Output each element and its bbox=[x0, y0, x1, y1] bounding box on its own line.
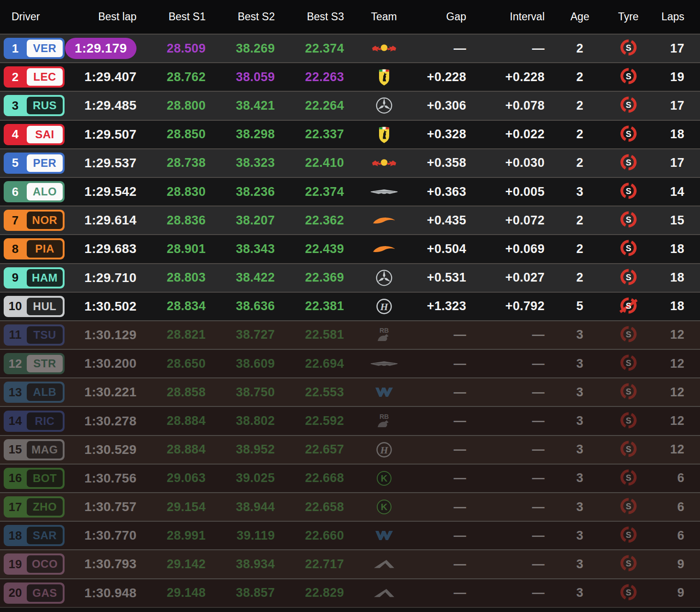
position-number: 9 bbox=[4, 271, 27, 285]
driver-code: OCO bbox=[27, 555, 63, 573]
position-number: 6 bbox=[4, 185, 27, 199]
best-s1-time: 29.154 bbox=[167, 500, 206, 514]
position-number: 20 bbox=[4, 586, 27, 600]
driver-code: SAI bbox=[27, 126, 63, 143]
table-row[interactable]: 3 RUS 1:29.485 28.800 38.421 22.264 +0.3… bbox=[0, 91, 700, 119]
soft-tyre-icon: S bbox=[618, 553, 639, 575]
best-s2-time: 38.421 bbox=[236, 99, 275, 113]
soft-tyre-crossed-icon: S bbox=[618, 295, 639, 318]
driver-code: ALB bbox=[27, 383, 63, 401]
best-s2-time: 38.609 bbox=[236, 357, 275, 371]
red-bull-logo bbox=[369, 38, 399, 59]
best-s1-time: 28.800 bbox=[167, 99, 206, 113]
table-row[interactable]: 10 HUL 1:30.502 28.834 38.636 22.381 H +… bbox=[0, 292, 700, 320]
best-s2-time: 38.269 bbox=[236, 41, 275, 56]
svg-text:S: S bbox=[625, 272, 631, 282]
driver-badge: 1 VER bbox=[4, 38, 65, 59]
table-row[interactable]: 2 LEC 1:29.407 28.762 38.059 22.263 +0.2… bbox=[0, 62, 700, 91]
interval-value: +0.030 bbox=[505, 156, 545, 170]
table-row[interactable]: 5 PER 1:29.537 28.738 38.323 22.410 +0.3… bbox=[0, 148, 700, 177]
table-row[interactable]: 12 STR 1:30.200 28.650 38.609 22.694 — —… bbox=[0, 349, 700, 377]
red-bull-logo bbox=[369, 153, 399, 174]
soft-tyre-icon: S bbox=[618, 467, 639, 489]
driver-code: STR bbox=[27, 355, 63, 372]
table-row[interactable]: 15 MAG 1:30.529 28.884 38.952 22.657 H —… bbox=[0, 435, 700, 464]
table-row[interactable]: 14 RIC 1:30.278 28.884 38.802 22.592 RB … bbox=[0, 406, 700, 435]
driver-code: PER bbox=[27, 154, 63, 172]
driver-code: MAG bbox=[27, 441, 63, 459]
interval-value: +0.792 bbox=[505, 299, 545, 313]
table-row[interactable]: 18 SAR 1:30.770 28.991 39.119 22.660 — —… bbox=[0, 521, 700, 549]
best-s2-time: 39.119 bbox=[237, 529, 275, 543]
table-row[interactable]: 9 HAM 1:29.710 28.803 38.422 22.369 +0.5… bbox=[0, 263, 700, 292]
laps-value: 17 bbox=[670, 156, 684, 170]
table-row[interactable]: 19 OCO 1:30.793 29.142 38.934 22.717 — —… bbox=[0, 549, 700, 578]
best-s3-time: 22.264 bbox=[305, 99, 344, 113]
laps-value: 18 bbox=[670, 271, 684, 285]
table-row[interactable]: 6 ALO 1:29.542 28.830 38.236 22.374 +0.3… bbox=[0, 177, 700, 206]
best-lap-time: 1:29.179 bbox=[65, 38, 136, 59]
table-row[interactable]: 20 GAS 1:30.948 29.148 38.857 22.829 — —… bbox=[0, 578, 700, 607]
svg-text:S: S bbox=[625, 530, 631, 540]
position-number: 8 bbox=[4, 242, 27, 256]
table-row[interactable]: 4 SAI 1:29.507 28.850 38.298 22.337 +0.3… bbox=[0, 120, 700, 148]
soft-tyre-icon: S bbox=[618, 124, 639, 146]
timing-table-body: 1 VER 1:29.179 28.509 38.269 22.374 — — … bbox=[0, 34, 700, 607]
position-number: 2 bbox=[4, 70, 27, 84]
interval-value: +0.069 bbox=[505, 242, 545, 256]
driver-badge: 15 MAG bbox=[4, 439, 65, 460]
best-s2-time: 38.727 bbox=[236, 328, 275, 342]
best-s1-time: 28.901 bbox=[167, 242, 206, 256]
driver-code: NOR bbox=[27, 212, 63, 229]
laps-value: 18 bbox=[670, 299, 684, 313]
interval-value: +0.022 bbox=[505, 127, 545, 141]
tyre-age-value: 3 bbox=[576, 185, 583, 199]
laps-value: 17 bbox=[670, 99, 684, 113]
best-lap-time: 1:30.502 bbox=[84, 299, 136, 314]
driver-badge: 6 ALO bbox=[4, 181, 65, 202]
driver-badge: 19 OCO bbox=[4, 553, 65, 575]
soft-tyre-icon: S bbox=[618, 353, 639, 375]
table-row[interactable]: 7 NOR 1:29.614 28.836 38.207 22.362 +0.4… bbox=[0, 206, 700, 234]
position-number: 17 bbox=[4, 500, 27, 514]
aston-martin-logo bbox=[369, 181, 399, 202]
table-row[interactable]: 1 VER 1:29.179 28.509 38.269 22.374 — — … bbox=[0, 34, 700, 62]
alpine-logo bbox=[369, 583, 399, 604]
best-s1-time: 28.884 bbox=[167, 442, 206, 457]
table-row[interactable]: 13 ALB 1:30.221 28.858 38.750 22.553 — —… bbox=[0, 377, 700, 406]
svg-text:S: S bbox=[625, 129, 631, 138]
best-s3-time: 22.369 bbox=[305, 271, 344, 285]
best-s2-time: 38.944 bbox=[236, 500, 275, 514]
header-team: Team bbox=[350, 0, 417, 34]
interval-value: — bbox=[532, 41, 545, 56]
table-row[interactable]: 16 BOT 1:30.756 29.063 39.025 22.668 K —… bbox=[0, 464, 700, 492]
aston-martin-logo bbox=[369, 353, 399, 374]
driver-badge: 16 BOT bbox=[4, 468, 65, 489]
table-row[interactable]: 17 ZHO 1:30.757 29.154 38.944 22.658 K —… bbox=[0, 492, 700, 521]
best-lap-time: 1:30.221 bbox=[84, 385, 136, 400]
soft-tyre-icon: S bbox=[618, 324, 639, 346]
tyre-age-value: 3 bbox=[576, 414, 583, 428]
laps-value: 12 bbox=[670, 357, 684, 371]
best-s3-time: 22.362 bbox=[305, 213, 344, 228]
laps-value: 12 bbox=[670, 414, 684, 428]
interval-value: — bbox=[532, 385, 545, 400]
driver-badge: 7 NOR bbox=[4, 210, 65, 231]
laps-value: 12 bbox=[670, 385, 684, 400]
best-s1-time: 29.142 bbox=[167, 557, 206, 571]
best-s3-time: 22.660 bbox=[305, 529, 344, 543]
position-number: 10 bbox=[4, 299, 27, 313]
table-row[interactable]: 8 PIA 1:29.683 28.901 38.343 22.439 +0.5… bbox=[0, 234, 700, 263]
position-number: 12 bbox=[4, 357, 27, 371]
table-row[interactable]: 11 TSU 1:30.129 28.821 38.727 22.581 RB … bbox=[0, 320, 700, 349]
best-s1-time: 28.509 bbox=[167, 41, 206, 56]
soft-tyre-icon: S bbox=[618, 37, 639, 59]
svg-text:K: K bbox=[380, 502, 387, 512]
best-s1-time: 28.762 bbox=[167, 70, 206, 84]
tyre-age-value: 2 bbox=[576, 213, 583, 228]
interval-value: — bbox=[532, 529, 545, 543]
driver-code: HAM bbox=[27, 269, 63, 287]
driver-code: ALO bbox=[27, 183, 63, 200]
best-lap-time: 1:29.542 bbox=[84, 184, 136, 199]
best-s1-time: 28.991 bbox=[167, 529, 206, 543]
